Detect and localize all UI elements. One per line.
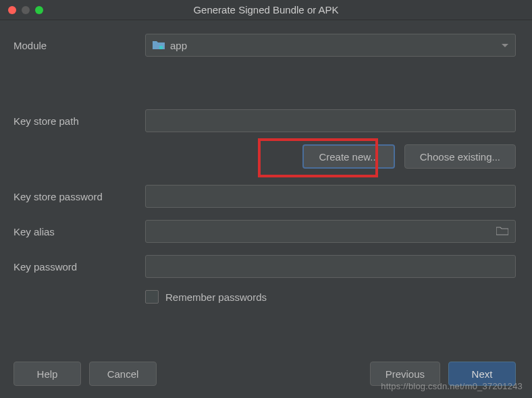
next-label: Next (472, 368, 493, 380)
remember-passwords-label: Remember passwords (165, 291, 267, 303)
window-controls (0, 6, 43, 14)
maximize-window-button[interactable] (35, 6, 43, 14)
module-select-value: app (170, 40, 187, 51)
watermark: https://blog.csdn.net/m0_37201243 (381, 381, 523, 391)
cancel-button[interactable]: Cancel (89, 362, 157, 386)
key-password-label: Key password (14, 261, 145, 273)
module-select[interactable]: app (145, 34, 516, 57)
help-button[interactable]: Help (14, 362, 81, 386)
key-alias-label: Key alias (14, 226, 145, 237)
create-new-button[interactable]: Create new... (302, 144, 394, 169)
module-folder-icon (153, 40, 165, 51)
key-alias-row: Key alias (14, 220, 516, 243)
module-select-content: app (153, 40, 187, 51)
titlebar: Generate Signed Bundle or APK (0, 0, 532, 20)
module-label: Module (14, 40, 145, 51)
previous-label: Previous (385, 368, 425, 380)
key-password-input[interactable] (145, 255, 516, 278)
remember-passwords-checkbox[interactable] (145, 290, 159, 304)
window-title: Generate Signed Bundle or APK (0, 4, 532, 16)
create-new-label: Create new... (319, 151, 378, 163)
keystore-buttons-wrap: Create new... Choose existing... (145, 144, 516, 169)
module-row: Module app (14, 34, 516, 57)
cancel-label: Cancel (107, 368, 139, 380)
key-password-row: Key password (14, 255, 516, 278)
keystore-password-row: Key store password (14, 185, 516, 208)
dropdown-arrow-icon (502, 44, 508, 47)
keystore-path-row: Key store path (14, 109, 516, 132)
dialog-content: Module app Key store path (0, 20, 532, 317)
close-window-button[interactable] (8, 6, 16, 14)
keystore-path-label: Key store path (14, 115, 145, 127)
choose-existing-label: Choose existing... (420, 151, 500, 163)
keystore-path-input[interactable] (145, 109, 516, 132)
remember-passwords-row: Remember passwords (145, 290, 516, 304)
footer-left: Help Cancel (14, 362, 157, 386)
minimize-window-button[interactable] (22, 6, 30, 14)
browse-folder-icon[interactable] (496, 226, 508, 237)
help-label: Help (37, 368, 58, 380)
svg-rect-0 (159, 46, 163, 49)
keystore-buttons: Create new... Choose existing... (145, 144, 516, 169)
key-alias-input[interactable] (145, 220, 516, 243)
keystore-password-label: Key store password (14, 191, 145, 202)
choose-existing-button[interactable]: Choose existing... (404, 144, 516, 169)
keystore-password-input[interactable] (145, 185, 516, 208)
